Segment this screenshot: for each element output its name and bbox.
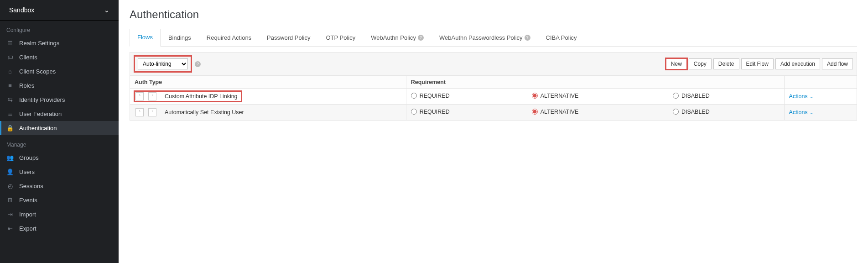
tag-icon: 🏷 xyxy=(6,54,14,61)
auth-type-name: Automatically Set Existing User xyxy=(165,109,244,116)
sidebar-item-user-federation[interactable]: ≣ User Federation xyxy=(0,107,119,121)
flow-select-highlight: Auto-linking xyxy=(134,55,192,73)
move-down-button[interactable]: ˅ xyxy=(148,108,156,116)
auth-type-name: Custom Attribute IDP Linking xyxy=(165,93,238,100)
export-icon: ⇤ xyxy=(6,225,14,232)
sidebar-section-manage: Manage xyxy=(0,135,119,151)
tab-password-policy[interactable]: Password Policy xyxy=(259,29,318,47)
sidebar-item-authentication[interactable]: 🔒 Authentication xyxy=(0,121,119,135)
sidebar-item-roles[interactable]: ≡ Roles xyxy=(0,79,119,93)
lock-icon: 🔒 xyxy=(6,125,14,132)
calendar-icon: 🗓 xyxy=(6,197,14,204)
delete-button[interactable]: Delete xyxy=(713,58,739,69)
add-flow-button[interactable]: Add flow xyxy=(822,58,853,69)
radio-alternative[interactable] xyxy=(532,109,538,115)
page-title: Authentication xyxy=(130,8,857,21)
row-actions-menu[interactable]: Actions ⌄ xyxy=(789,93,813,100)
sidebar-item-users[interactable]: 👤 Users xyxy=(0,165,119,179)
sidebar-item-label: Groups xyxy=(19,154,39,161)
edit-flow-button[interactable]: Edit Flow xyxy=(741,58,774,69)
database-icon: ≣ xyxy=(6,110,14,117)
sidebar-item-label: Sessions xyxy=(19,183,43,189)
tab-label: Required Actions xyxy=(207,34,251,41)
requirement-alternative[interactable]: ALTERNATIVE xyxy=(532,93,579,99)
sidebar-item-groups[interactable]: 👥 Groups xyxy=(0,151,119,165)
flow-table: Auth Type Requirement ˄ ˅ Custom Attribu… xyxy=(130,76,857,121)
tab-label: CIBA Policy xyxy=(546,34,577,41)
import-icon: ⇥ xyxy=(6,211,14,218)
sidebar-item-sessions[interactable]: ◴ Sessions xyxy=(0,179,119,193)
move-down-button[interactable]: ˅ xyxy=(148,92,156,100)
col-auth-type: Auth Type xyxy=(130,76,406,89)
sidebar-section-configure: Configure xyxy=(0,21,119,36)
sidebar-item-export[interactable]: ⇤ Export xyxy=(0,221,119,236)
table-row: ˄ ˅ Automatically Set Existing User REQU… xyxy=(130,105,857,121)
sidebar-item-client-scopes[interactable]: ⌂ Client Scopes xyxy=(0,64,119,79)
tab-label: Password Policy xyxy=(267,34,310,41)
add-execution-button[interactable]: Add execution xyxy=(775,58,820,69)
sidebar-item-events[interactable]: 🗓 Events xyxy=(0,193,119,207)
tab-label: Flows xyxy=(137,34,153,41)
table-row: ˄ ˅ Custom Attribute IDP Linking REQUIRE… xyxy=(130,89,857,105)
chevron-down-icon: ⌄ xyxy=(810,110,813,115)
requirement-disabled[interactable]: DISABLED xyxy=(673,109,710,115)
tab-label: OTP Policy xyxy=(326,34,355,41)
row-actions-menu[interactable]: Actions ⌄ xyxy=(789,109,813,116)
help-icon[interactable]: ? xyxy=(418,35,424,41)
tab-label: Bindings xyxy=(168,34,191,41)
main-content: Authentication Flows Bindings Required A… xyxy=(119,0,868,263)
flow-toolbar: Auto-linking ? New Copy Delete Edit Flow… xyxy=(130,52,857,76)
tab-required-actions[interactable]: Required Actions xyxy=(199,29,259,47)
tab-webauthn-passwordless-policy[interactable]: WebAuthn Passwordless Policy ? xyxy=(431,29,538,47)
move-up-button[interactable]: ˄ xyxy=(135,108,144,116)
tab-label: WebAuthn Policy xyxy=(371,34,416,41)
sidebar-item-label: Authentication xyxy=(19,125,57,132)
requirement-alternative[interactable]: ALTERNATIVE xyxy=(532,109,579,115)
sidebar-item-label: Users xyxy=(19,168,35,175)
sidebar-item-label: Import xyxy=(19,211,36,218)
tab-ciba-policy[interactable]: CIBA Policy xyxy=(538,29,585,47)
move-up-button[interactable]: ˄ xyxy=(135,92,144,100)
requirement-required[interactable]: REQUIRED xyxy=(411,93,450,99)
realm-selector[interactable]: Sandbox ⌄ xyxy=(0,0,119,21)
radio-alternative[interactable] xyxy=(532,93,538,99)
sidebar: Sandbox ⌄ Configure ☰ Realm Settings 🏷 C… xyxy=(0,0,119,263)
requirement-disabled[interactable]: DISABLED xyxy=(673,93,710,99)
col-actions xyxy=(784,76,857,89)
help-icon[interactable]: ? xyxy=(525,35,530,41)
sidebar-item-identity-providers[interactable]: ⇆ Identity Providers xyxy=(0,93,119,107)
exchange-icon: ⇆ xyxy=(6,96,14,103)
clock-icon: ◴ xyxy=(6,183,14,189)
sidebar-item-label: User Federation xyxy=(19,110,62,117)
sidebar-item-label: Client Scopes xyxy=(19,68,56,75)
tab-label: WebAuthn Passwordless Policy xyxy=(439,34,523,41)
sidebar-item-realm-settings[interactable]: ☰ Realm Settings xyxy=(0,36,119,50)
sidebar-item-label: Events xyxy=(19,197,37,204)
radio-required[interactable] xyxy=(411,93,417,99)
copy-button[interactable]: Copy xyxy=(689,58,712,69)
col-requirement: Requirement xyxy=(406,76,784,89)
help-icon[interactable]: ? xyxy=(195,61,201,67)
tabs: Flows Bindings Required Actions Password… xyxy=(130,28,857,47)
new-button[interactable]: New xyxy=(666,58,687,69)
sliders-icon: ☰ xyxy=(6,40,14,47)
group-icon: 👥 xyxy=(6,154,14,161)
tab-bindings[interactable]: Bindings xyxy=(161,29,199,47)
radio-required[interactable] xyxy=(411,109,417,115)
sidebar-item-label: Identity Providers xyxy=(19,96,65,103)
radio-disabled[interactable] xyxy=(673,109,679,115)
tab-webauthn-policy[interactable]: WebAuthn Policy ? xyxy=(363,29,431,47)
tab-flows[interactable]: Flows xyxy=(130,29,161,47)
requirement-required[interactable]: REQUIRED xyxy=(411,109,450,115)
sidebar-item-label: Realm Settings xyxy=(19,40,59,47)
user-icon: 👤 xyxy=(6,168,14,175)
radio-disabled[interactable] xyxy=(673,93,679,99)
chevron-down-icon: ⌄ xyxy=(810,94,813,99)
tab-otp-policy[interactable]: OTP Policy xyxy=(318,29,363,47)
sidebar-item-import[interactable]: ⇥ Import xyxy=(0,207,119,221)
flow-select[interactable]: Auto-linking xyxy=(138,58,188,69)
sidebar-item-clients[interactable]: 🏷 Clients xyxy=(0,50,119,64)
chevron-down-icon: ⌄ xyxy=(104,6,109,14)
sidebar-item-label: Export xyxy=(19,225,36,232)
realm-name: Sandbox xyxy=(9,6,34,14)
